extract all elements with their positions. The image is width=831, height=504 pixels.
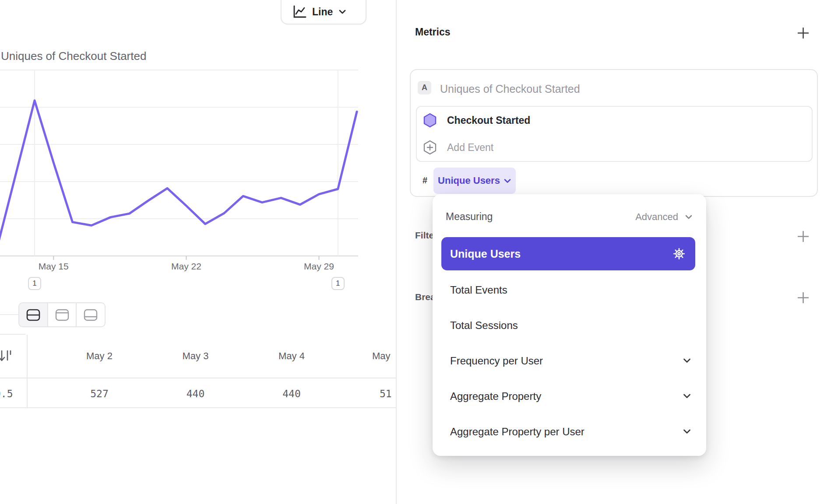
selected-option-label: Unique Users — [450, 248, 521, 260]
annotation-marker[interactable]: 1 — [28, 277, 41, 290]
line-series-uniques[interactable] — [0, 101, 357, 249]
table-header-border — [0, 378, 396, 378]
table-column-header: May 3 — [165, 350, 226, 362]
insights-report-view: Line Uniques of Checkout Started May 15M… — [0, 0, 831, 504]
chevron-down-icon — [504, 178, 511, 184]
table-only-view-button[interactable] — [77, 303, 105, 326]
metrics-section-title: Metrics — [415, 26, 451, 38]
series-letter-badge: A — [418, 81, 431, 94]
add-breakdown-button[interactable] — [792, 287, 813, 308]
table-column-header: May 2 — [69, 350, 130, 362]
dropdown-option-label: Total Sessions — [450, 319, 518, 332]
pane-divider — [396, 0, 397, 504]
plus-icon — [797, 27, 809, 39]
measuring-dropdown: Measuring Advanced Unique Users — [433, 194, 706, 456]
event-hexagon-icon — [423, 113, 437, 128]
table-column-header: May — [372, 350, 395, 362]
x-axis-tick-label: May 22 — [171, 261, 201, 271]
layout-toggle-group — [18, 302, 106, 327]
annotation-marker[interactable]: 1 — [331, 277, 345, 290]
uniques-line-chart[interactable]: May 15May 22May 29 — [0, 0, 396, 284]
table-column-header: May 4 — [261, 350, 322, 362]
add-event-label: Add Event — [447, 142, 493, 154]
measuring-label: Measuring — [446, 211, 493, 223]
advanced-mode-toggle[interactable]: Advanced — [635, 211, 693, 223]
chevron-down-icon — [682, 393, 692, 399]
sort-descending-icon[interactable] — [0, 349, 12, 364]
x-axis-tick-label: May 15 — [39, 261, 69, 271]
x-axis-tick-label: May 29 — [304, 261, 334, 271]
chevron-down-icon — [684, 214, 693, 220]
split-view-icon — [25, 308, 41, 322]
dropdown-option-label: Aggregate Property per User — [450, 426, 585, 438]
dropdown-options-list: Total EventsTotal SessionsFrequency per … — [433, 272, 706, 449]
dropdown-option-label: Total Events — [450, 284, 507, 296]
aggregation-selector-chip[interactable]: Unique Users — [433, 168, 516, 194]
dropdown-option-frequency-per-user[interactable]: Frequency per User — [433, 343, 706, 378]
dropdown-option-unique-users-selected[interactable]: Unique Users — [441, 237, 695, 270]
chevron-down-icon — [682, 357, 692, 364]
add-event-hexagon-icon — [423, 140, 437, 155]
dropdown-option-total-events[interactable]: Total Events — [433, 272, 706, 308]
table-cell-value: 51 — [380, 388, 395, 399]
dropdown-option-total-sessions[interactable]: Total Sessions — [433, 308, 706, 343]
dropdown-option-label: Aggregate Property — [450, 390, 541, 402]
table-only-view-icon — [83, 308, 99, 322]
table-top-border — [0, 334, 25, 335]
table-cell-value: 440 — [261, 388, 322, 399]
event-row-checkout-started[interactable]: Checkout Started — [417, 107, 812, 134]
metric-card: A Uniques of Checkout Started Checkout S… — [410, 69, 818, 197]
table-column-divider — [27, 335, 28, 407]
add-event-row[interactable]: Add Event — [417, 134, 812, 161]
plus-icon — [797, 231, 809, 242]
aggregation-value: Unique Users — [438, 175, 500, 186]
gear-icon[interactable] — [673, 247, 686, 260]
add-filter-button[interactable] — [792, 226, 813, 247]
split-view-button[interactable] — [19, 303, 48, 326]
table-cell-average-clipped: 0.5 — [0, 388, 17, 399]
chart-only-view-button[interactable] — [48, 303, 77, 326]
table-row-border — [0, 407, 396, 408]
advanced-label: Advanced — [635, 211, 678, 223]
table-cell-value: 440 — [165, 388, 226, 399]
plus-icon — [797, 292, 809, 304]
event-card: Checkout Started Add Event — [416, 106, 813, 162]
add-metric-button[interactable] — [792, 22, 813, 43]
series-name: Uniques of Checkout Started — [440, 83, 580, 95]
table-cell-value: 527 — [69, 388, 130, 399]
chart-only-view-icon — [54, 308, 70, 322]
dropdown-option-label: Frequency per User — [450, 355, 543, 367]
chevron-down-icon — [682, 428, 692, 435]
aggregation-symbol: # — [423, 175, 427, 186]
dropdown-option-aggregate-property[interactable]: Aggregate Property — [433, 378, 706, 414]
event-name: Checkout Started — [447, 115, 530, 126]
table-section-divider — [0, 314, 18, 315]
dropdown-option-aggregate-property-per-user[interactable]: Aggregate Property per User — [433, 414, 706, 449]
